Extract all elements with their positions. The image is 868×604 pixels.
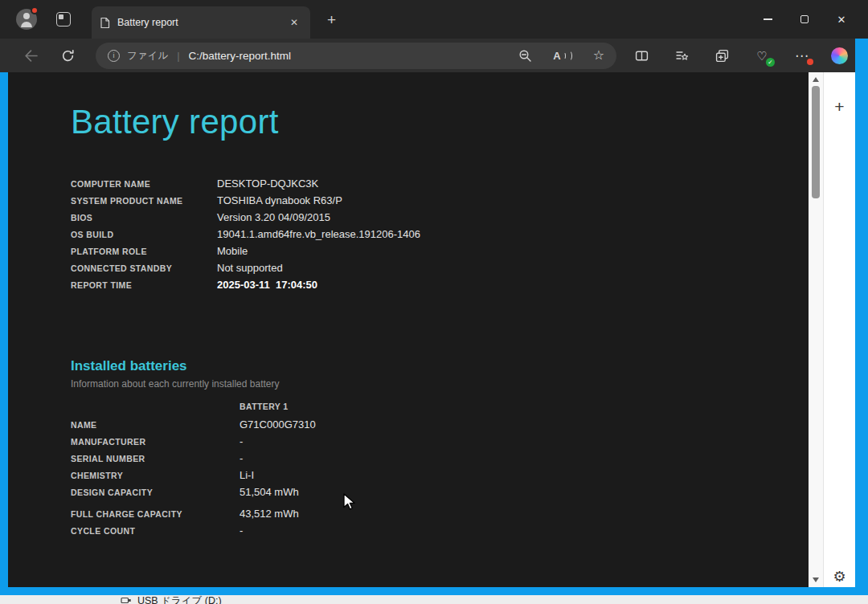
document-icon bbox=[100, 17, 110, 29]
table-row: CHEMISTRY Li-I bbox=[71, 469, 809, 486]
table-header-row: BATTERY 1 bbox=[71, 402, 809, 418]
settings-more-icon[interactable]: ⋯ bbox=[788, 42, 817, 69]
row-value: DESKTOP-DQJKC3K bbox=[217, 178, 809, 190]
table-row: BIOS Version 3.20 04/09/2015 bbox=[71, 211, 809, 228]
profile-avatar[interactable] bbox=[16, 9, 37, 30]
window-border-left bbox=[0, 72, 8, 595]
table-row: MANUFACTURER - bbox=[71, 435, 809, 452]
url-text[interactable]: C:/battery-report.html bbox=[189, 50, 498, 62]
maximize-icon bbox=[800, 15, 809, 23]
tab-close-icon[interactable]: ✕ bbox=[286, 15, 302, 30]
split-screen-icon[interactable] bbox=[627, 42, 656, 69]
row-value: Not supported bbox=[217, 262, 809, 274]
battery-report-page: Battery report COMPUTER NAME DESKTOP-DQJ… bbox=[8, 72, 809, 587]
minimize-icon bbox=[764, 18, 772, 20]
row-label: COMPUTER NAME bbox=[71, 179, 217, 189]
window-controls: ✕ bbox=[749, 0, 868, 39]
row-value: - bbox=[240, 435, 809, 447]
tab-title: Battery report bbox=[117, 17, 279, 28]
tab-bar: Battery report ✕ + ✕ bbox=[0, 0, 868, 39]
usb-drive-icon bbox=[121, 595, 132, 604]
file-scheme-label: ファイル bbox=[127, 49, 168, 63]
table-row: PLATFORM ROLE Mobile bbox=[71, 245, 809, 262]
sidebar-settings-icon[interactable]: ⚙ bbox=[833, 569, 845, 584]
browser-essentials-icon[interactable]: ♡ ✓ bbox=[747, 42, 776, 69]
row-label: FULL CHARGE CAPACITY bbox=[71, 509, 240, 519]
green-check-badge: ✓ bbox=[766, 58, 775, 67]
installed-batteries-subtitle: Information about each currently install… bbox=[71, 378, 809, 390]
installed-batteries-heading: Installed batteries bbox=[71, 358, 809, 374]
read-aloud-icon[interactable]: A bbox=[553, 50, 571, 62]
row-label: DESIGN CAPACITY bbox=[71, 488, 240, 497]
close-button[interactable]: ✕ bbox=[823, 0, 860, 39]
installed-batteries-table: BATTERY 1 NAME G71C000G7310 MANUFACTURER… bbox=[71, 402, 809, 541]
mouse-cursor bbox=[342, 493, 358, 511]
new-tab-button[interactable]: + bbox=[320, 12, 343, 27]
row-label: CONNECTED STANDBY bbox=[71, 263, 217, 273]
scroll-down-arrow[interactable] bbox=[813, 577, 819, 582]
favorite-star-icon[interactable]: ☆ bbox=[593, 49, 604, 62]
table-row: CYCLE COUNT - bbox=[71, 524, 809, 541]
table-row: FULL CHARGE CAPACITY 43,512 mWh bbox=[71, 508, 809, 524]
row-label: NAME bbox=[71, 420, 240, 430]
refresh-button[interactable] bbox=[54, 42, 81, 69]
sidebar-add-button[interactable]: + bbox=[834, 98, 844, 115]
row-value: 2025-03-11 17:04:50 bbox=[217, 279, 809, 291]
window-border-right bbox=[855, 39, 868, 595]
table-row: CONNECTED STANDBY Not supported bbox=[71, 262, 809, 279]
column-header: BATTERY 1 bbox=[240, 402, 809, 411]
table-row: NAME G71C000G7310 bbox=[71, 418, 809, 435]
table-row: COMPUTER NAME DESKTOP-DQJKC3K bbox=[71, 178, 809, 194]
row-label: CHEMISTRY bbox=[71, 471, 240, 480]
row-value: Version 3.20 04/09/2015 bbox=[217, 211, 809, 223]
row-value: - bbox=[240, 452, 809, 464]
row-label: BIOS bbox=[71, 213, 217, 222]
page-title: Battery report bbox=[71, 103, 809, 141]
back-button[interactable] bbox=[17, 42, 44, 69]
row-value: - bbox=[240, 524, 809, 537]
desktop-screen: USB ドライブ (D:) Battery report ✕ + ✕ bbox=[0, 0, 868, 604]
tab-battery-report[interactable]: Battery report ✕ bbox=[92, 6, 310, 39]
edge-sidebar-rail: + ⚙ bbox=[823, 72, 855, 587]
sound-wave-icon bbox=[562, 52, 566, 59]
page-scrollbar[interactable] bbox=[809, 72, 823, 587]
row-value: 19041.1.amd64fre.vb_release.191206-1406 bbox=[217, 228, 809, 240]
row-label: SERIAL NUMBER bbox=[71, 454, 240, 463]
workspaces-icon[interactable] bbox=[56, 12, 71, 27]
sound-wave-icon bbox=[567, 51, 572, 61]
table-row: REPORT TIME 2025-03-11 17:04:50 bbox=[71, 279, 809, 296]
copilot-icon[interactable] bbox=[825, 42, 854, 69]
notification-dot-icon bbox=[31, 6, 39, 14]
info-icon[interactable]: i bbox=[108, 50, 120, 62]
row-value: 51,504 mWh bbox=[240, 486, 809, 498]
browser-toolbar: i ファイル | C:/battery-report.html A ☆ ♡ ✓ bbox=[0, 39, 855, 72]
row-label: MANUFACTURER bbox=[71, 437, 240, 447]
row-value: Li-I bbox=[240, 469, 809, 481]
workspaces-inner-shape bbox=[59, 14, 63, 19]
table-row: OS BUILD 19041.1.amd64fre.vb_release.191… bbox=[71, 228, 809, 245]
table-row: SERIAL NUMBER - bbox=[71, 452, 809, 469]
notification-dot-icon bbox=[807, 59, 813, 65]
scrollbar-thumb[interactable] bbox=[812, 86, 820, 198]
explorer-item-label[interactable]: USB ドライブ (D:) bbox=[137, 595, 222, 604]
favorites-icon[interactable] bbox=[667, 42, 696, 69]
address-separator: | bbox=[177, 50, 179, 62]
row-label: REPORT TIME bbox=[71, 280, 217, 290]
system-info-table: COMPUTER NAME DESKTOP-DQJKC3K SYSTEM PRO… bbox=[71, 178, 809, 296]
row-label: OS BUILD bbox=[71, 230, 217, 239]
row-label: SYSTEM PRODUCT NAME bbox=[71, 196, 217, 206]
background-explorer-window: USB ドライブ (D:) bbox=[0, 595, 868, 604]
row-value: Mobile bbox=[217, 245, 809, 257]
read-aloud-letter: A bbox=[553, 50, 560, 62]
table-row: SYSTEM PRODUCT NAME TOSHIBA dynabook R63… bbox=[71, 194, 809, 211]
table-row: DESIGN CAPACITY 51,504 mWh bbox=[71, 486, 809, 503]
row-value: 43,512 mWh bbox=[240, 508, 809, 520]
collections-icon[interactable] bbox=[707, 42, 736, 69]
minimize-button[interactable] bbox=[749, 0, 786, 39]
scroll-up-arrow[interactable] bbox=[813, 77, 819, 82]
maximize-button[interactable] bbox=[786, 0, 823, 39]
address-bar[interactable]: i ファイル | C:/battery-report.html A ☆ bbox=[96, 43, 616, 69]
row-value: TOSHIBA dynabook R63/P bbox=[217, 194, 809, 206]
zoom-out-icon[interactable] bbox=[518, 49, 532, 63]
row-value: G71C000G7310 bbox=[240, 418, 809, 431]
